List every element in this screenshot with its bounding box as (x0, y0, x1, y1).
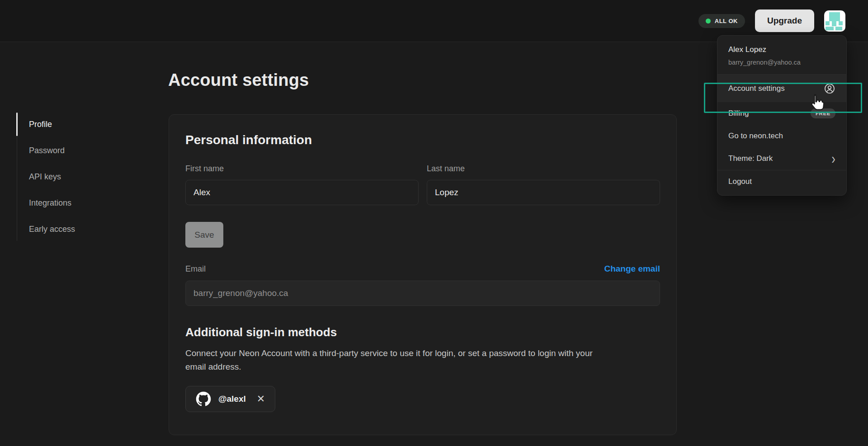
change-email-link[interactable]: Change email (604, 264, 660, 274)
avatar-identicon-block (826, 21, 830, 25)
github-connection-chip: @alexl ✕ (185, 386, 275, 412)
menu-item-label: Account settings (728, 84, 785, 93)
menu-item-label: Logout (728, 177, 752, 186)
avatar-identicon-block (826, 27, 834, 30)
user-name: Alex Lopez (728, 45, 835, 54)
menu-item-go-to-neon[interactable]: Go to neon.tech (717, 125, 846, 147)
avatar-identicon-block (835, 27, 843, 30)
avatar-identicon-block (832, 21, 836, 26)
github-icon (196, 391, 211, 407)
sidebar-item-integrations[interactable]: Integrations (29, 196, 133, 210)
sidebar-item-api-keys[interactable]: API keys (29, 170, 133, 183)
save-button[interactable]: Save (185, 222, 223, 248)
first-name-input[interactable] (185, 180, 419, 205)
chevron-right-icon: › (831, 151, 835, 166)
menu-item-label: Billing (728, 109, 749, 118)
menu-item-account-settings[interactable]: Account settings (717, 75, 846, 102)
remove-github-icon[interactable]: ✕ (257, 394, 265, 404)
avatar-identicon-block (829, 12, 840, 22)
sidebar-item-early-access[interactable]: Early access (29, 222, 133, 236)
sidebar-item-profile[interactable]: Profile (29, 117, 133, 131)
personal-information-title: Personal information (185, 133, 660, 147)
status-badge[interactable]: ALL OK (698, 14, 745, 28)
menu-item-label: Go to neon.tech (728, 131, 783, 141)
user-circle-icon (824, 83, 835, 94)
sidebar-item-password[interactable]: Password (29, 144, 133, 157)
user-menu-header: Alex Lopez barry_grenon@yahoo.ca (717, 36, 846, 74)
page-title: Account settings (168, 70, 309, 90)
signin-methods-title: Additional sign-in methods (185, 325, 660, 339)
avatar-identicon-block (839, 21, 843, 25)
user-dropdown-menu: Alex Lopez barry_grenon@yahoo.ca Account… (717, 35, 847, 196)
upgrade-button[interactable]: Upgrade (755, 9, 814, 32)
last-name-input[interactable] (427, 180, 660, 205)
plan-badge: FREE (811, 108, 835, 118)
email-input[interactable] (185, 281, 660, 306)
last-name-label: Last name (427, 164, 660, 174)
profile-card: Personal information First name Last nam… (169, 114, 677, 435)
menu-item-logout[interactable]: Logout (717, 170, 846, 193)
user-avatar[interactable] (824, 10, 845, 32)
status-badge-label: ALL OK (715, 18, 738, 24)
user-email: barry_grenon@yahoo.ca (728, 59, 835, 66)
first-name-label: First name (185, 164, 419, 174)
sidebar-active-indicator (16, 113, 18, 136)
menu-item-theme[interactable]: Theme: Dark › (717, 147, 846, 170)
github-username: @alexl (218, 394, 246, 404)
settings-sidebar: Profile Password API keys Integrations E… (29, 117, 133, 249)
status-ok-dot-icon (706, 19, 711, 23)
email-label: Email (185, 264, 206, 274)
menu-item-label: Theme: Dark (728, 154, 773, 163)
menu-item-billing[interactable]: Billing FREE (717, 102, 846, 125)
signin-methods-description: Connect your Neon Account with a third-p… (185, 347, 598, 373)
